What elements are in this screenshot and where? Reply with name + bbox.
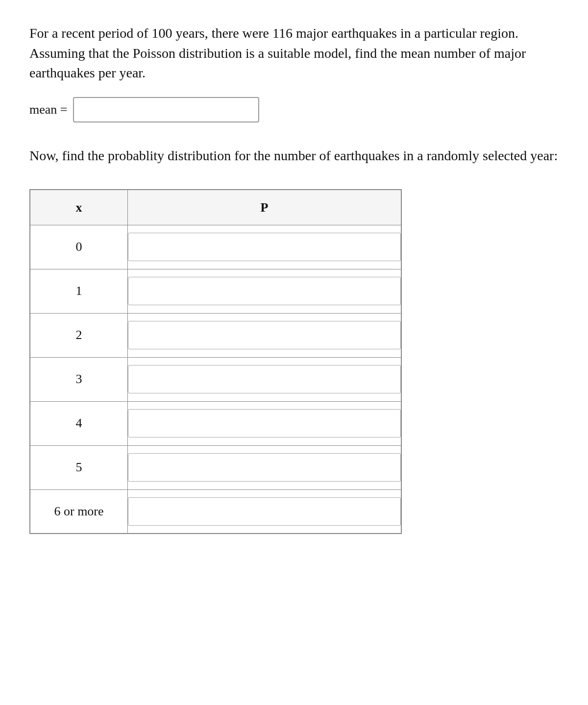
p-input-5[interactable]: [128, 453, 401, 482]
mean-label: mean =: [29, 102, 67, 117]
p-input-6[interactable]: [128, 497, 401, 526]
p-input-2[interactable]: [128, 321, 401, 349]
table-row: 0: [30, 225, 401, 269]
x-value-0: 0: [30, 225, 128, 269]
p-cell-0: [128, 225, 401, 269]
mean-input[interactable]: [73, 97, 259, 122]
p-cell-3: [128, 357, 401, 401]
x-value-2: 2: [30, 313, 128, 357]
p-cell-5: [128, 445, 401, 489]
p-cell-6: [128, 489, 401, 534]
p-cell-4: [128, 401, 401, 445]
mean-row: mean =: [29, 97, 559, 122]
p-input-3[interactable]: [128, 365, 401, 393]
p-input-0[interactable]: [128, 233, 401, 261]
table-header-row: x P: [30, 190, 401, 225]
x-value-5: 5: [30, 445, 128, 489]
x-value-4: 4: [30, 401, 128, 445]
p-input-1[interactable]: [128, 277, 401, 305]
problem-text: For a recent period of 100 years, there …: [29, 24, 559, 83]
table-row: 6 or more: [30, 489, 401, 534]
table-row: 2: [30, 313, 401, 357]
x-value-3: 3: [30, 357, 128, 401]
table-row: 5: [30, 445, 401, 489]
col-header-p: P: [128, 190, 401, 225]
probability-table: x P 0123456 or more: [29, 189, 402, 534]
x-value-1: 1: [30, 269, 128, 313]
table-body: 0123456 or more: [30, 225, 401, 534]
p-input-4[interactable]: [128, 409, 401, 438]
p-cell-2: [128, 313, 401, 357]
x-value-6: 6 or more: [30, 489, 128, 534]
second-text: Now, find the probablity distribution fo…: [29, 146, 559, 166]
table-row: 3: [30, 357, 401, 401]
table-row: 4: [30, 401, 401, 445]
col-header-x: x: [30, 190, 128, 225]
table-row: 1: [30, 269, 401, 313]
p-cell-1: [128, 269, 401, 313]
page-container: For a recent period of 100 years, there …: [0, 0, 588, 705]
